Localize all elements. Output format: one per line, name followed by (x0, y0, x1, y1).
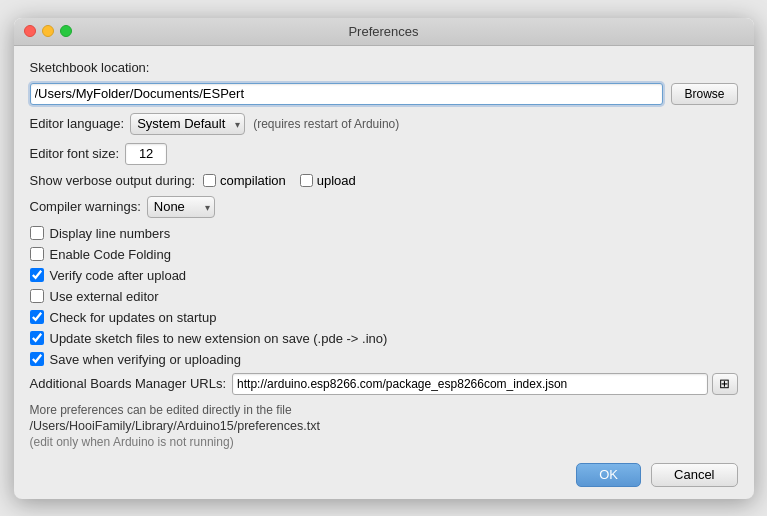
checkbox-row-save-when-verifying: Save when verifying or uploading (30, 352, 738, 367)
enable-code-folding-label: Enable Code Folding (50, 247, 171, 262)
upload-label: upload (317, 173, 356, 188)
browse-button[interactable]: Browse (671, 83, 737, 105)
checkbox-row-display-line-numbers: Display line numbers (30, 226, 738, 241)
editor-language-note: (requires restart of Arduino) (253, 117, 399, 131)
ok-button[interactable]: OK (576, 463, 641, 487)
minimize-icon[interactable] (42, 25, 54, 37)
checkbox-row-verify-code: Verify code after upload (30, 268, 738, 283)
check-updates-label: Check for updates on startup (50, 310, 217, 325)
sketchbook-input[interactable] (30, 83, 664, 105)
editor-font-size-label: Editor font size: (30, 146, 120, 161)
footer-note2: (edit only when Arduino is not running) (30, 435, 738, 449)
display-line-numbers-label: Display line numbers (50, 226, 171, 241)
editor-language-label: Editor language: (30, 116, 125, 131)
close-icon[interactable] (24, 25, 36, 37)
upload-checkbox[interactable] (300, 174, 313, 187)
boards-manager-icon: ⊞ (719, 376, 730, 391)
checkboxes-group: Display line numbers Enable Code Folding… (30, 226, 738, 367)
traffic-lights (24, 25, 72, 37)
compilation-checkbox[interactable] (203, 174, 216, 187)
bottom-buttons: OK Cancel (30, 463, 738, 487)
boards-manager-url-input[interactable] (232, 373, 707, 395)
checkbox-row-update-sketch: Update sketch files to new extension on … (30, 331, 738, 346)
window-title: Preferences (348, 24, 418, 39)
compiler-warnings-select-wrapper: None Default More All (147, 196, 215, 218)
save-when-verifying-label: Save when verifying or uploading (50, 352, 242, 367)
sketchbook-input-row: Browse (30, 83, 738, 105)
footer-note1: More preferences can be edited directly … (30, 403, 738, 417)
upload-check-item: upload (300, 173, 356, 188)
compiler-warnings-row: Compiler warnings: None Default More All (30, 196, 738, 218)
use-external-editor-checkbox[interactable] (30, 289, 44, 303)
maximize-icon[interactable] (60, 25, 72, 37)
compiler-warnings-select[interactable]: None Default More All (147, 196, 215, 218)
check-updates-checkbox[interactable] (30, 310, 44, 324)
preferences-window: Preferences Sketchbook location: Browse … (14, 18, 754, 499)
editor-language-select[interactable]: System Default English Spanish (130, 113, 245, 135)
editor-language-select-wrapper: System Default English Spanish (130, 113, 245, 135)
verbose-row: Show verbose output during: compilation … (30, 173, 738, 188)
cancel-button[interactable]: Cancel (651, 463, 737, 487)
sketchbook-row: Sketchbook location: (30, 60, 738, 75)
checkbox-row-enable-code-folding: Enable Code Folding (30, 247, 738, 262)
boards-manager-icon-button[interactable]: ⊞ (712, 373, 738, 395)
update-sketch-checkbox[interactable] (30, 331, 44, 345)
boards-manager-url-wrapper: ⊞ (232, 373, 737, 395)
save-when-verifying-checkbox[interactable] (30, 352, 44, 366)
verify-code-checkbox[interactable] (30, 268, 44, 282)
enable-code-folding-checkbox[interactable] (30, 247, 44, 261)
verbose-checks: compilation upload (203, 173, 356, 188)
editor-font-size-input[interactable] (125, 143, 167, 165)
use-external-editor-label: Use external editor (50, 289, 159, 304)
update-sketch-label: Update sketch files to new extension on … (50, 331, 388, 346)
checkbox-row-external-editor: Use external editor (30, 289, 738, 304)
verbose-label: Show verbose output during: (30, 173, 196, 188)
footer-path: /Users/HooiFamily/Library/Arduino15/pref… (30, 419, 738, 433)
verify-code-label: Verify code after upload (50, 268, 187, 283)
editor-font-size-row: Editor font size: (30, 143, 738, 165)
compiler-warnings-label: Compiler warnings: (30, 199, 141, 214)
display-line-numbers-checkbox[interactable] (30, 226, 44, 240)
compilation-label: compilation (220, 173, 286, 188)
boards-manager-label: Additional Boards Manager URLs: (30, 376, 227, 391)
checkbox-row-check-updates: Check for updates on startup (30, 310, 738, 325)
sketchbook-label: Sketchbook location: (30, 60, 150, 75)
title-bar: Preferences (14, 18, 754, 46)
compilation-check-item: compilation (203, 173, 286, 188)
editor-language-row: Editor language: System Default English … (30, 113, 738, 135)
preferences-content: Sketchbook location: Browse Editor langu… (14, 46, 754, 499)
boards-manager-row: Additional Boards Manager URLs: ⊞ (30, 373, 738, 395)
